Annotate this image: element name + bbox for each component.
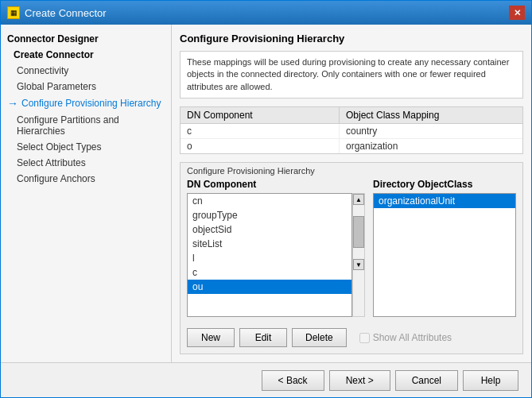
help-button[interactable]: Help (463, 370, 518, 391)
dn-cell-c: c (181, 124, 340, 138)
list-item[interactable]: l (188, 251, 351, 265)
dn-component-column: DN Component cn groupType objectSid site… (187, 179, 365, 317)
app-icon: ▦ (7, 6, 20, 19)
scroll-down-arrow[interactable]: ▼ (353, 259, 364, 270)
window-title: Create Connector (25, 7, 107, 19)
content-area: Connector Designer Create Connector Conn… (1, 25, 531, 362)
dir-object-column: Directory ObjectClass organizationalUnit (373, 179, 516, 317)
dir-listbox[interactable]: organizationalUnit (373, 193, 516, 317)
list-item-selected[interactable]: organizationalUnit (374, 194, 515, 208)
mapping-cell-organization: organization (340, 139, 522, 153)
main-panel: Configure Provisioning Hierarchy These m… (172, 25, 531, 362)
sidebar-item-global-parameters[interactable]: Global Parameters (1, 79, 171, 95)
mapping-table: DN Component Object Class Mapping c coun… (180, 106, 523, 154)
dn-component-label: DN Component (187, 179, 365, 190)
dn-listbox[interactable]: cn groupType objectSid siteList l c ou (187, 193, 352, 317)
sidebar-item-configure-anchors[interactable]: Configure Anchors (1, 171, 171, 187)
sidebar-item-configure-partitions[interactable]: Configure Partitions and Hierarchies (1, 112, 171, 139)
list-item[interactable]: c (188, 265, 351, 280)
title-bar: ▦ Create Connector ✕ (1, 1, 531, 25)
delete-button[interactable]: Delete (292, 328, 347, 347)
mapping-cell-country: country (340, 124, 522, 138)
show-all-checkbox-label: Show All Attributes (359, 332, 452, 343)
dn-scrollbar[interactable]: ▲ ▼ (352, 193, 365, 317)
configure-section-body: DN Component cn groupType objectSid site… (181, 179, 522, 323)
close-button[interactable]: ✕ (509, 6, 525, 20)
new-button[interactable]: New (187, 328, 235, 347)
edit-button[interactable]: Edit (239, 328, 287, 347)
sidebar-item-configure-provisioning-label: Configure Provisioning Hierarchy (21, 98, 161, 109)
show-all-label: Show All Attributes (373, 332, 452, 343)
current-arrow-icon: → (7, 97, 18, 110)
dn-listbox-container: cn groupType objectSid siteList l c ou ▲ (187, 193, 365, 317)
dir-object-label: Directory ObjectClass (373, 179, 516, 190)
dn-component-header: DN Component (181, 107, 340, 123)
main-window: ▦ Create Connector ✕ Connector Designer … (0, 0, 532, 398)
configure-section-title: Configure Provisioning Hierarchy (181, 163, 522, 179)
next-button[interactable]: Next > (329, 370, 390, 391)
description-text: These mappings will be used during provi… (180, 51, 523, 99)
object-class-header: Object Class Mapping (340, 107, 522, 123)
sidebar-item-configure-provisioning[interactable]: → Configure Provisioning Hierarchy (1, 95, 171, 112)
scroll-up-arrow[interactable]: ▲ (353, 194, 364, 205)
sidebar-item-select-object-types[interactable]: Select Object Types (1, 139, 171, 155)
table-header-row: DN Component Object Class Mapping (181, 107, 522, 124)
list-item[interactable]: objectSid (188, 222, 351, 237)
configure-section: Configure Provisioning Hierarchy DN Comp… (180, 162, 523, 354)
table-row[interactable]: c country (181, 124, 522, 139)
list-item[interactable]: groupType (188, 208, 351, 222)
sidebar-item-connectivity[interactable]: Connectivity (1, 63, 171, 79)
scroll-thumb[interactable] (353, 216, 364, 248)
footer: < Back Next > Cancel Help (1, 362, 531, 397)
dn-cell-o: o (181, 139, 340, 153)
title-bar-left: ▦ Create Connector (7, 6, 107, 19)
panel-title: Configure Provisioning Hierarchy (180, 33, 523, 44)
table-row[interactable]: o organization (181, 139, 522, 153)
sidebar-item-create-connector[interactable]: Create Connector (1, 47, 171, 63)
sidebar: Connector Designer Create Connector Conn… (1, 25, 172, 362)
list-item[interactable]: cn (188, 194, 351, 208)
sidebar-item-select-attributes[interactable]: Select Attributes (1, 155, 171, 171)
list-item[interactable]: siteList (188, 237, 351, 251)
back-button[interactable]: < Back (262, 370, 324, 391)
show-all-checkbox[interactable] (359, 333, 370, 343)
action-buttons-row: New Edit Delete Show All Attributes (181, 328, 522, 354)
list-item-selected[interactable]: ou (188, 280, 351, 294)
cancel-button[interactable]: Cancel (395, 370, 458, 391)
sidebar-item-connector-designer: Connector Designer (1, 31, 171, 47)
